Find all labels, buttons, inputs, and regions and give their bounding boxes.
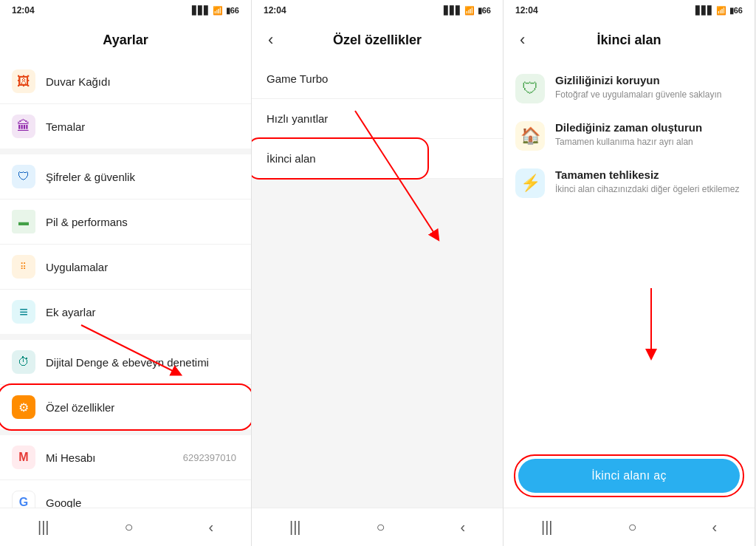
settings-item-sifreler[interactable]: 🛡 Şifreler & güvenlik — [0, 154, 251, 199]
tehlikesiz-title: Tamamen tehlikesiz — [555, 168, 743, 181]
google-icon: G — [12, 491, 35, 508]
status-bar-2: 12:04 ▋▋▋ 📶 ▮66 — [252, 0, 503, 21]
item-ikinci[interactable]: İkinci alan — [252, 139, 503, 179]
panel-ikinci: 12:04 ▋▋▋ 📶 ▮66 ‹ İkinci alan 🛡 Gizliliğ… — [504, 0, 755, 546]
sifreler-icon: 🛡 — [12, 165, 35, 188]
top-bar-1: Ayarlar — [0, 21, 251, 59]
dilediginiz-text: Dilediğiniz zaman oluşturun Tamamen kull… — [555, 121, 743, 149]
status-icons-1: ▋▋▋ 📶 ▮66 — [192, 6, 239, 16]
settings-item-mi[interactable]: M Mi Hesabı 6292397010 — [0, 435, 251, 480]
settings-item-duvar[interactable]: 🖼 Duvar Kağıdı — [0, 59, 251, 104]
google-label: Google — [46, 496, 239, 508]
feature-list: 🛡 Gizliliğinizi koruyun Fotoğraf ve uygu… — [504, 59, 755, 213]
item-hizli[interactable]: Hızlı yanıtlar — [252, 99, 503, 139]
status-bar-3: 12:04 ▋▋▋ 📶 ▮66 — [504, 0, 755, 21]
dijital-label: Dijital Denge & ebeveyn denetimi — [46, 356, 239, 369]
pil-label: Pil & performans — [46, 216, 239, 228]
settings-content: 🖼 Duvar Kağıdı 🏛 Temalar 🛡 Şifreler & gü… — [0, 59, 251, 508]
temalar-label: Temalar — [46, 120, 239, 133]
ikinci-label: İkinci alan — [267, 152, 316, 165]
top-bar-2: ‹ Özel özellikler — [252, 21, 503, 59]
settings-group-1: 🖼 Duvar Kağıdı 🏛 Temalar — [0, 59, 251, 149]
ikinci-content: 🛡 Gizliliğinizi koruyun Fotoğraf ve uygu… — [504, 59, 755, 508]
item-game-turbo[interactable]: Game Turbo — [252, 59, 503, 99]
dijital-icon: ⏱ — [12, 350, 35, 374]
dilediginiz-title: Dilediğiniz zaman oluşturun — [555, 121, 743, 134]
tehlikesiz-text: Tamamen tehlikesiz İkinci alan cihazınız… — [555, 168, 743, 196]
battery-icon-3: ▮66 — [729, 6, 743, 16]
open-btn-area: İkinci alanı aç — [504, 447, 755, 508]
time-1: 12:04 — [12, 5, 35, 16]
temalar-icon: 🏛 — [12, 115, 35, 138]
panel-ayarlar: 12:04 ▋▋▋ 📶 ▮66 Ayarlar 🖼 Duvar Kağıdı 🏛… — [0, 0, 252, 546]
gizlilik-text: Gizliliğinizi koruyun Fotoğraf ve uygula… — [555, 74, 743, 101]
wifi-icon-3: 📶 — [716, 6, 726, 16]
gizlilik-desc: Fotoğraf ve uygulamaları güvenle saklayı… — [555, 89, 743, 101]
dilediginiz-desc: Tamamen kullanıma hazır ayrı alan — [555, 136, 743, 149]
duvar-label: Duvar Kağıdı — [46, 75, 239, 88]
signal-icon-3: ▋▋▋ — [695, 6, 713, 16]
settings-item-uygulamalar[interactable]: ⠿ Uygulamalar — [0, 245, 251, 290]
sifreler-label: Şifreler & güvenlik — [46, 171, 239, 183]
ozel-list: Game Turbo Hızlı yanıtlar İkinci alan — [252, 59, 503, 179]
mi-value: 6292397010 — [183, 452, 236, 463]
battery-icon: ▮66 — [226, 6, 239, 16]
feature-gizlilik: 🛡 Gizliliğinizi koruyun Fotoğraf ve uygu… — [515, 74, 743, 103]
nav-back-1[interactable]: ‹ — [193, 513, 228, 542]
page-title-2: Özel özellikler — [333, 33, 422, 48]
panel-ozel: 12:04 ▋▋▋ 📶 ▮66 ‹ Özel özellikler Game T… — [252, 0, 504, 546]
game-turbo-label: Game Turbo — [267, 72, 328, 85]
wifi-icon-2: 📶 — [464, 6, 475, 16]
nav-back-2[interactable]: ‹ — [445, 513, 480, 542]
time-3: 12:04 — [515, 5, 538, 16]
settings-group-3: ⏱ Dijital Denge & ebeveyn denetimi ⚙ Öze… — [0, 340, 251, 429]
nav-recent-2[interactable]: ||| — [275, 513, 316, 542]
nav-back-3[interactable]: ‹ — [697, 513, 732, 542]
settings-item-ozel[interactable]: ⚙ Özel özellikler — [0, 385, 251, 429]
hizli-label: Hızlı yanıtlar — [267, 112, 328, 125]
settings-group-2: 🛡 Şifreler & güvenlik ▬ Pil & performans… — [0, 154, 251, 334]
ozel-content: Game Turbo Hızlı yanıtlar İkinci alan — [252, 59, 503, 508]
nav-recent-1[interactable]: ||| — [23, 513, 64, 542]
ek-label: Ek ayarlar — [46, 306, 239, 318]
back-button-3[interactable]: ‹ — [514, 27, 531, 52]
signal-icon-2: ▋▋▋ — [444, 6, 461, 16]
nav-home-1[interactable]: ○ — [109, 513, 148, 542]
page-title-1: Ayarlar — [103, 33, 148, 48]
status-icons-3: ▋▋▋ 📶 ▮66 — [695, 6, 743, 16]
feature-tehlikesiz: ⚡ Tamamen tehlikesiz İkinci alan cihazın… — [515, 168, 743, 198]
gizlilik-title: Gizliliğinizi koruyun — [555, 74, 743, 86]
status-icons-2: ▋▋▋ 📶 ▮66 — [444, 6, 491, 16]
top-bar-3: ‹ İkinci alan — [504, 21, 755, 59]
tehlikesiz-desc: İkinci alan cihazınızdaki diğer ögeleri … — [555, 183, 743, 196]
back-button-2[interactable]: ‹ — [262, 27, 279, 52]
settings-item-temalar[interactable]: 🏛 Temalar — [0, 104, 251, 149]
dilediginiz-icon: 🏠 — [515, 121, 545, 151]
bottom-nav-2: ||| ○ ‹ — [252, 508, 503, 546]
ikinci-open-button[interactable]: İkinci alanı aç — [518, 459, 740, 493]
uygulamalar-icon: ⠿ — [12, 255, 35, 279]
settings-item-google[interactable]: G Google — [0, 480, 251, 508]
page-title-3: İkinci alan — [597, 33, 661, 48]
feature-dilediginiz: 🏠 Dilediğiniz zaman oluşturun Tamamen ku… — [515, 121, 743, 151]
signal-icon: ▋▋▋ — [192, 6, 210, 16]
ek-icon: ≡ — [12, 300, 35, 324]
mi-label: Mi Hesabı — [46, 451, 183, 464]
time-2: 12:04 — [264, 5, 286, 16]
gizlilik-icon: 🛡 — [515, 74, 545, 103]
nav-recent-3[interactable]: ||| — [526, 513, 568, 542]
settings-item-ek[interactable]: ≡ Ek ayarlar — [0, 290, 251, 334]
bottom-nav-1: ||| ○ ‹ — [0, 508, 251, 546]
pil-icon: ▬ — [12, 210, 35, 233]
nav-home-2[interactable]: ○ — [361, 513, 399, 542]
arrow-3 — [622, 281, 681, 369]
settings-group-4: M Mi Hesabı 6292397010 G Google 🔑 Hesapl… — [0, 435, 251, 508]
bottom-nav-3: ||| ○ ‹ — [504, 508, 755, 546]
nav-home-3[interactable]: ○ — [613, 513, 651, 542]
ozel-icon: ⚙ — [12, 395, 35, 419]
uygulamalar-label: Uygulamalar — [46, 261, 239, 273]
settings-item-dijital[interactable]: ⏱ Dijital Denge & ebeveyn denetimi — [0, 340, 251, 385]
settings-item-pil[interactable]: ▬ Pil & performans — [0, 199, 251, 245]
status-bar-1: 12:04 ▋▋▋ 📶 ▮66 — [0, 0, 251, 21]
mi-icon: M — [12, 446, 35, 469]
